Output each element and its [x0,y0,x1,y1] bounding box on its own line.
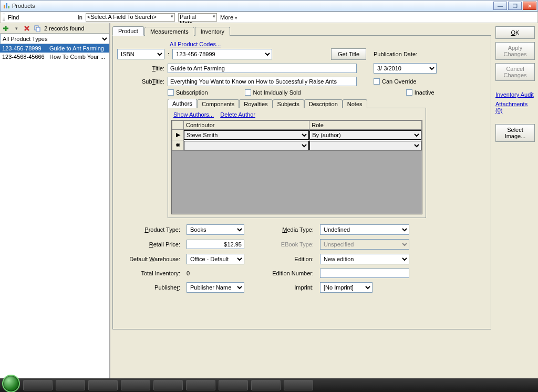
start-button[interactable] [2,375,20,392]
tab-measurements[interactable]: Measurements [144,27,194,36]
warehouse-label: Default Warehouse: [117,256,180,262]
tab-inventory[interactable]: Inventory [195,27,230,36]
tab-product[interactable]: Product [112,26,144,36]
list-item[interactable]: 123-456-78999 Guide to Ant Farming [0,44,109,53]
taskbar-item[interactable] [56,380,85,390]
taskbar-item[interactable] [88,380,118,390]
main-tabs: Product Measurements Inventory [112,25,491,36]
results-list: 123-456-78999 Guide to Ant Farming 123-4… [0,44,109,378]
not-individually-sold-checkbox[interactable]: Not Invidually Sold [245,89,301,96]
role-cell-new[interactable] [309,141,421,150]
new-row-icon[interactable]: ✱ [172,140,184,151]
col-role[interactable]: Role [309,121,422,130]
retail-price-label: Retail Price: [117,241,180,247]
list-item[interactable]: 123-4568-45666 How To Comb Your ... [0,53,109,61]
edition-number-label: Edition Number: [261,270,314,276]
product-type-select[interactable]: Books [187,224,244,235]
id-value-select[interactable]: 123-456-78999 [172,49,272,59]
delete-icon[interactable] [23,25,30,32]
more-menu[interactable]: More [220,14,237,20]
ebook-type-select: Unspecified [320,239,409,250]
search-field-select[interactable]: <Select A Field To Search> [86,13,175,22]
subtab-notes[interactable]: Notes [343,99,367,108]
title-label: Title: [117,65,164,71]
imprint-label: Imprint: [261,284,314,291]
titlebar: Products — ❐ ✕ [0,0,538,12]
pub-date-input[interactable]: 3/ 3/2010 [374,63,437,74]
product-type-label: Product Type: [117,226,180,233]
edition-label: Edition: [261,256,314,262]
title-input[interactable] [168,64,357,73]
subtab-authors[interactable]: Authors [168,99,197,108]
ebook-type-label: EBook Type: [261,241,314,247]
imprint-select[interactable]: [No Imprint] [320,282,373,293]
subtab-body: Show Authors... Delete Author Contributo… [168,108,426,218]
edition-number-input[interactable] [320,269,409,278]
apply-changes-button[interactable]: Apply Changes [495,42,535,60]
edition-select[interactable]: New edition [320,254,409,264]
find-input[interactable] [22,14,75,20]
authors-grid: Contributor Role ▶ Steve Smith By (autho… [171,120,422,214]
subtab-components[interactable]: Components [197,99,239,108]
taskbar-item[interactable] [251,380,281,390]
attachments-link[interactable]: Attachments (0) [495,101,536,114]
svg-rect-4 [36,27,40,32]
svg-rect-1 [6,3,7,8]
taskbar-item[interactable] [186,380,215,390]
in-label: in [78,14,82,20]
copy-icon[interactable] [34,25,41,32]
table-row-new[interactable]: ✱ [172,140,422,151]
records-count: 2 records found [44,25,84,32]
pub-date-label: Publication Date: [374,51,417,57]
find-label: Find [8,14,19,20]
can-override-checkbox[interactable]: Can Override [374,78,416,85]
subtitle-label: SubTitle: [117,78,164,85]
subscription-checkbox[interactable]: Subscription [168,89,208,96]
id-type-select[interactable]: ISBN [117,49,164,59]
taskbar-item[interactable] [219,380,248,390]
delete-author-link[interactable]: Delete Author [220,111,255,118]
subtab-subjects[interactable]: Subjects [273,99,304,108]
chevron-down-icon[interactable]: ▾ [13,25,20,32]
match-type-select[interactable]: Partial Matc [178,13,217,22]
subtab-royalties[interactable]: Royalties [239,99,272,108]
tab-body: All Product Codes... ISBN : 123-456-7899… [112,35,491,329]
detail-panel: Product Measurements Inventory All Produ… [110,23,493,378]
media-type-select[interactable]: Undefined [320,224,409,235]
subtitle-input[interactable] [168,77,357,86]
table-row[interactable]: ▶ Steve Smith By (author) [172,130,422,140]
warehouse-select[interactable]: Office - Default [187,254,244,264]
all-product-codes-link[interactable]: All Product Codes... [170,41,221,47]
taskbar [0,378,538,392]
ok-button[interactable]: OK [495,26,535,39]
role-cell[interactable]: By (author) [309,130,421,140]
publisher-label: Publisher: [117,284,180,291]
row-selector-icon[interactable]: ▶ [172,130,184,140]
taskbar-item[interactable] [23,380,53,390]
select-image-button[interactable]: Select Image... [495,124,535,142]
taskbar-item[interactable] [121,380,150,390]
show-authors-link[interactable]: Show Authors... [173,111,214,118]
add-icon[interactable] [2,25,9,32]
contributor-cell[interactable]: Steve Smith [184,130,309,140]
taskbar-item[interactable] [153,380,183,390]
inventory-audit-link[interactable]: Inventory Audit [495,91,536,98]
publisher-select[interactable]: Publisher Name [187,282,244,293]
contributor-cell-new[interactable] [184,141,309,150]
get-title-button[interactable]: Get Title [331,48,366,60]
results-toolbar: ▾ 2 records found [0,23,109,34]
taskbar-item[interactable] [284,380,313,390]
minimize-button[interactable]: — [493,2,507,10]
product-type-filter[interactable]: All Product Types [0,34,109,44]
inactive-checkbox[interactable]: Inactive [406,89,434,96]
bottom-form: Product Type: Books Media Type: Undefine… [117,224,487,293]
action-sidebar: OK Apply Changes Cancel Changes Inventor… [493,23,538,378]
close-button[interactable]: ✕ [523,2,536,10]
subtab-description[interactable]: Description [304,99,343,108]
results-panel: ▾ 2 records found All Product Types 123-… [0,23,110,378]
maximize-button[interactable]: ❐ [508,2,522,10]
retail-price-input[interactable] [187,240,244,249]
col-contributor[interactable]: Contributor [184,121,309,130]
cancel-changes-button[interactable]: Cancel Changes [495,63,535,81]
window-title: Products [12,3,493,9]
